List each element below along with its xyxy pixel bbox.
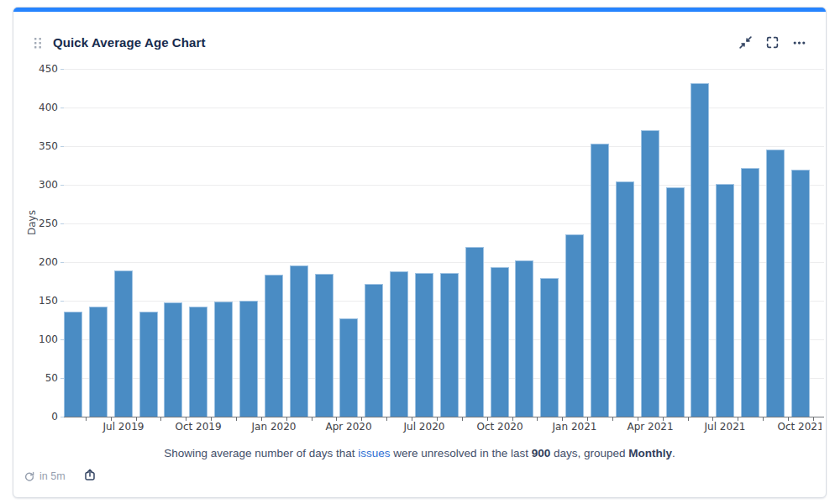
share-export-icon (83, 468, 97, 481)
y-axis-tick-label: 450 (13, 62, 58, 76)
share-button[interactable] (81, 466, 98, 486)
x-axis-tick-label: Oct 2020 (476, 421, 523, 433)
caption-group-value: Monthly (628, 447, 672, 459)
y-axis-tick-label: 150 (13, 294, 58, 307)
bar-sep-2020 (465, 247, 484, 417)
y-axis-tick-label: 0 (13, 410, 58, 423)
y-axis-tick-label: 350 (13, 139, 58, 153)
bar-sep-2021 (766, 150, 785, 417)
bar-chart-plot-area (64, 69, 824, 417)
x-axis-tick-label: Jan 2021 (553, 421, 597, 433)
x-axis-tick-label: Apr 2021 (627, 421, 673, 433)
y-axis-tick-label: 100 (13, 333, 58, 346)
gadget-card: Quick Average Age Chart (13, 7, 827, 498)
gadget-footer: in 5m (20, 466, 98, 486)
bar-feb-2021 (591, 144, 609, 417)
bar-oct-2021 (791, 170, 810, 417)
minimize-button[interactable] (738, 34, 754, 50)
bar-dec-2019 (239, 301, 258, 417)
fullscreen-icon (765, 35, 780, 50)
drag-handle-icon[interactable] (33, 36, 43, 50)
gadget-title: Quick Average Age Chart (53, 35, 206, 50)
bar-aug-2021 (741, 168, 759, 417)
bar-oct-2019 (189, 307, 207, 417)
bar-oct-2020 (491, 267, 509, 417)
x-axis-labels: Jul 2019Oct 2019Jan 2020Apr 2020Jul 2020… (64, 421, 822, 434)
bar-feb-2020 (290, 265, 308, 417)
refresh-countdown-label: in 5m (39, 470, 66, 482)
x-axis-line (64, 417, 824, 417)
issues-link[interactable]: issues (358, 447, 390, 459)
bar-apr-2020 (339, 318, 358, 417)
bar-jun-2019 (89, 307, 108, 417)
y-axis-tick-label: 400 (13, 101, 58, 114)
more-options-button[interactable] (791, 34, 807, 50)
bar-apr-2021 (641, 130, 659, 417)
bar-jun-2020 (390, 271, 408, 417)
bars-container (64, 69, 810, 417)
bar-jul-2019 (114, 270, 133, 417)
y-axis-tick-label: 200 (13, 255, 58, 269)
y-axis-labels: 050100150200250300350400450 (13, 69, 58, 417)
caption-text: days, grouped (550, 447, 628, 459)
x-axis-tick-label: Oct 2021 (777, 421, 822, 433)
bar-mar-2020 (315, 274, 333, 417)
y-axis-tick-label: 300 (13, 178, 58, 192)
bar-may-2021 (666, 187, 685, 417)
bar-jan-2021 (565, 234, 584, 417)
x-axis-tick-label: Jul 2020 (404, 421, 445, 433)
caption-text: Showing average number of days that (164, 447, 358, 459)
refresh-button[interactable]: in 5m (20, 467, 69, 486)
bar-may-2020 (365, 284, 383, 417)
bar-nov-2020 (515, 260, 533, 417)
chart-caption: Showing average number of days that issu… (13, 447, 826, 459)
x-axis-tick-label: Apr 2020 (325, 421, 371, 433)
caption-text: . (672, 447, 675, 459)
bar-mar-2021 (616, 181, 634, 417)
caption-days-value: 900 (532, 447, 551, 459)
bar-jan-2020 (265, 275, 283, 417)
bar-nov-2019 (214, 302, 233, 417)
x-axis-tick-label: Jul 2021 (705, 421, 746, 433)
gadget-header: Quick Average Age Chart (13, 12, 826, 52)
bar-jul-2020 (415, 273, 433, 417)
bar-sep-2019 (164, 302, 182, 417)
bar-may-2019 (64, 312, 82, 417)
y-axis-tick-label: 250 (13, 217, 58, 230)
x-axis-tick-label: Oct 2019 (175, 421, 221, 433)
caption-text: were unresolved in the last (391, 447, 532, 459)
bar-jul-2021 (716, 184, 734, 417)
bar-jun-2021 (691, 83, 709, 417)
collapse-arrows-icon (738, 35, 753, 50)
y-axis-tick-label: 50 (13, 371, 58, 385)
ellipsis-icon (792, 35, 806, 50)
bar-dec-2020 (540, 278, 559, 417)
bar-aug-2019 (139, 312, 158, 417)
fullscreen-button[interactable] (764, 34, 780, 50)
bar-aug-2020 (440, 273, 459, 417)
refresh-icon (24, 470, 35, 482)
x-axis-tick-label: Jul 2019 (103, 421, 144, 433)
x-axis-tick-label: Jan 2020 (252, 421, 297, 433)
header-actions (738, 34, 807, 50)
